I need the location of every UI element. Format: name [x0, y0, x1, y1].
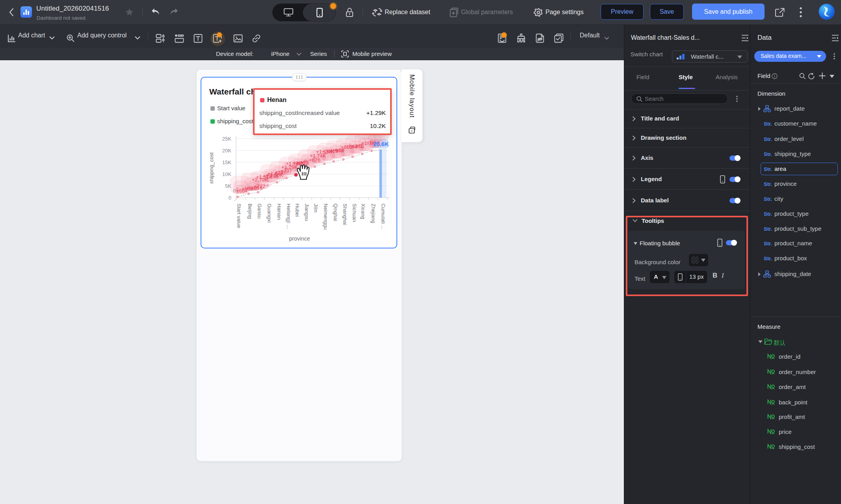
svg-text:Sichuan: Sichuan: [352, 204, 357, 222]
svg-text:Guangxi: Guangxi: [266, 204, 272, 223]
svg-text:Gansu: Gansu: [257, 204, 262, 219]
svg-text:Start value: Start value: [217, 105, 246, 111]
svg-text:Zhejiang: Zhejiang: [370, 204, 376, 223]
svg-text:Jiangsu: Jiangsu: [304, 204, 310, 221]
svg-text:10K: 10K: [222, 171, 231, 177]
svg-text:20.6K: 20.6K: [373, 141, 389, 147]
svg-text:Neimenggu: Neimenggu: [323, 204, 329, 230]
svg-text:Beijing: Beijing: [247, 204, 253, 219]
svg-text:shipping_cost: shipping_cost: [208, 152, 214, 184]
svg-text:20K: 20K: [222, 148, 231, 154]
svg-text:shipping_cost: shipping_cost: [217, 118, 254, 124]
svg-text:Shanghai: Shanghai: [342, 204, 348, 225]
svg-text:0: 0: [229, 195, 231, 201]
svg-text:Hainan: Hainan: [276, 204, 282, 220]
svg-text:25K: 25K: [222, 136, 231, 142]
svg-text:Hubei: Hubei: [294, 204, 300, 217]
svg-text:province: province: [289, 235, 310, 242]
svg-text:Cumulati ...: Cumulati ...: [380, 204, 386, 230]
svg-text:Qinghai: Qinghai: [333, 204, 339, 221]
svg-text:Xicang: Xicang: [360, 204, 366, 219]
svg-text:Start value: Start value: [236, 204, 242, 228]
svg-text:15K: 15K: [222, 159, 231, 165]
svg-text:Jilin: Jilin: [313, 204, 319, 212]
svg-text:Heilongji ...: Heilongji ...: [286, 204, 292, 229]
svg-text:+777: +777: [254, 183, 265, 189]
svg-text:0: 0: [233, 188, 236, 194]
